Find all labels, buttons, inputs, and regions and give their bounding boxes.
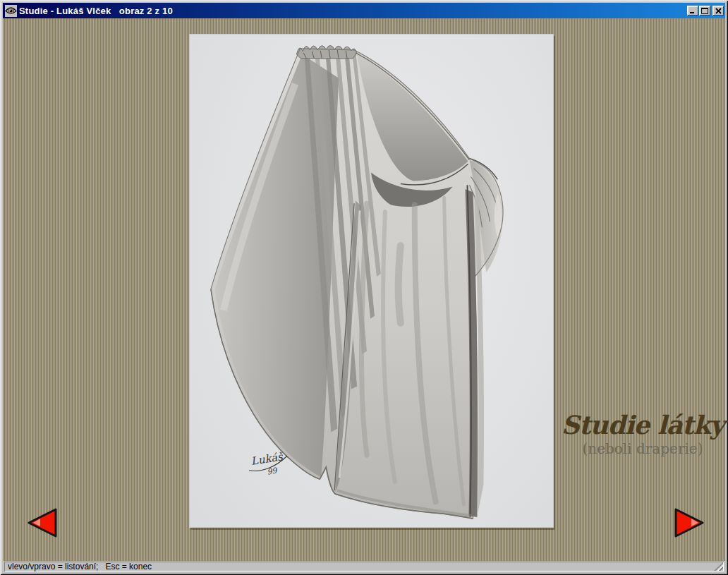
prev-arrow-icon bbox=[27, 507, 58, 538]
resize-grip-icon[interactable] bbox=[714, 562, 723, 571]
next-arrow-icon bbox=[674, 507, 705, 538]
signature-year: 99 bbox=[267, 466, 279, 476]
signature-name: Lukáš bbox=[250, 450, 286, 468]
viewer-background: Lukáš 99 Studie látky (neboli draperie) bbox=[3, 18, 725, 561]
minimize-icon bbox=[689, 8, 696, 14]
minimize-button[interactable] bbox=[687, 6, 698, 16]
statusbar: vlevo/vpravo = listování; Esc = konec bbox=[3, 561, 725, 572]
caption-subtitle: (neboli draperie) bbox=[556, 440, 728, 457]
titlebar: Studie - Lukáš Vlček obraz 2 z 10 bbox=[3, 3, 725, 18]
app-window: Studie - Lukáš Vlček obraz 2 z 10 bbox=[0, 0, 728, 575]
maximize-icon bbox=[701, 8, 708, 14]
prev-button[interactable] bbox=[27, 507, 58, 538]
caption-title: Studie látky bbox=[556, 411, 728, 440]
close-icon bbox=[715, 8, 722, 14]
eye-icon bbox=[5, 5, 17, 17]
artist-signature: Lukáš 99 bbox=[247, 449, 290, 479]
window-title: Studie - Lukáš Vlček obraz 2 z 10 bbox=[19, 6, 687, 16]
drapery-drawing: Lukáš 99 bbox=[190, 35, 553, 527]
close-button[interactable] bbox=[712, 6, 724, 16]
window-controls bbox=[687, 6, 724, 16]
maximize-button[interactable] bbox=[699, 6, 710, 16]
caption: Studie látky (neboli draperie) bbox=[556, 411, 728, 457]
status-panel: vlevo/vpravo = listování; Esc = konec bbox=[4, 562, 724, 571]
status-text: vlevo/vpravo = listování; Esc = konec bbox=[8, 562, 152, 571]
next-button[interactable] bbox=[674, 507, 705, 538]
artwork-paper: Lukáš 99 bbox=[189, 34, 554, 528]
